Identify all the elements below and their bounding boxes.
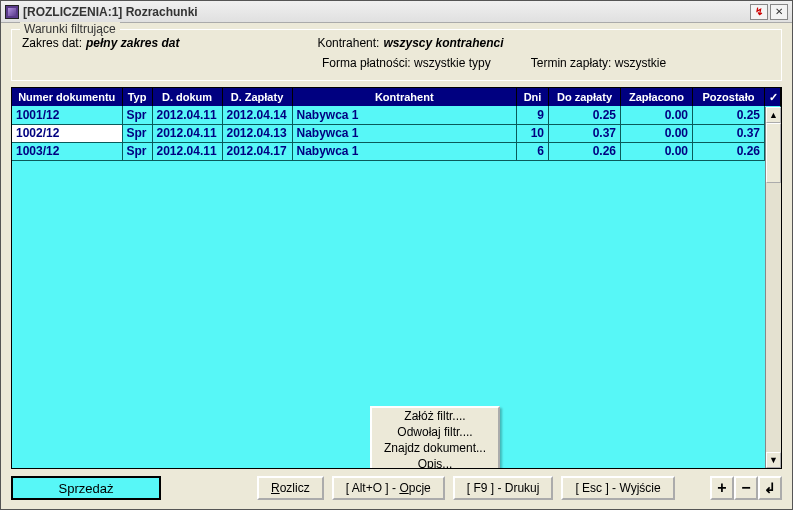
vertical-scrollbar[interactable]: ▲ ▼ <box>765 107 781 468</box>
data-grid[interactable]: Numer dokumentu Typ D. dokum D. Zapłaty … <box>11 87 782 469</box>
scroll-up-icon[interactable]: ▲ <box>766 107 781 123</box>
plus-button[interactable]: + <box>710 476 734 500</box>
cell-pozostalo[interactable]: 0.26 <box>693 142 765 160</box>
col-check[interactable]: ✓ <box>765 88 781 106</box>
titlebar: [ROZLICZENIA:1] Rozrachunki ↯ ✕ <box>1 1 792 23</box>
date-range-label: Zakres dat: <box>22 36 82 50</box>
col-do-zaplaty[interactable]: Do zapłaty <box>549 88 621 106</box>
cell-dzap[interactable]: 2012.04.14 <box>222 106 292 124</box>
menu-item[interactable]: Odwołaj filtr.... <box>372 424 498 440</box>
menu-item[interactable]: Załóż filtr.... <box>372 408 498 424</box>
scroll-thumb[interactable] <box>766 123 781 183</box>
cell-typ[interactable]: Spr <box>122 106 152 124</box>
cell-zaplacono[interactable]: 0.00 <box>621 124 693 142</box>
cell-zaplacono[interactable]: 0.00 <box>621 106 693 124</box>
cell-numer[interactable]: 1003/12 <box>12 142 122 160</box>
cell-numer[interactable]: 1001/12 <box>12 106 122 124</box>
col-numer[interactable]: Numer dokumentu <box>12 88 122 106</box>
cell-dni[interactable]: 9 <box>517 106 549 124</box>
cell-zaplacono[interactable]: 0.00 <box>621 142 693 160</box>
col-dni[interactable]: Dni <box>517 88 549 106</box>
col-dzap[interactable]: D. Zapłaty <box>222 88 292 106</box>
col-ddok[interactable]: D. dokum <box>152 88 222 106</box>
cell-numer[interactable]: 1002/12 <box>12 124 122 142</box>
cell-dzap[interactable]: 2012.04.13 <box>222 124 292 142</box>
col-typ[interactable]: Typ <box>122 88 152 106</box>
cell-typ[interactable]: Spr <box>122 124 152 142</box>
cell-ddok[interactable]: 2012.04.11 <box>152 124 222 142</box>
cell-dzap[interactable]: 2012.04.17 <box>222 142 292 160</box>
col-zaplacono[interactable]: Zapłacono <box>621 88 693 106</box>
cell-ddok[interactable]: 2012.04.11 <box>152 106 222 124</box>
cell-ddok[interactable]: 2012.04.11 <box>152 142 222 160</box>
cell-kontrahent[interactable]: Nabywca 1 <box>292 106 517 124</box>
cell-typ[interactable]: Spr <box>122 142 152 160</box>
kontrahent-label: Kontrahent: <box>317 36 379 50</box>
minus-button[interactable]: − <box>734 476 758 500</box>
termin-label: Termin zapłaty: <box>531 56 612 70</box>
cell-dni[interactable]: 10 <box>517 124 549 142</box>
cell-pozostalo[interactable]: 0.25 <box>693 106 765 124</box>
table-row[interactable]: 1002/12Spr2012.04.112012.04.13Nabywca 11… <box>12 124 781 142</box>
rozlicz-button[interactable]: Rozlicz <box>257 476 324 500</box>
context-menu[interactable]: Załóż filtr....Odwołaj filtr....Znajdz d… <box>370 406 500 469</box>
menu-item[interactable]: Opis... <box>372 456 498 469</box>
window-title: [ROZLICZENIA:1] Rozrachunki <box>23 5 750 19</box>
forma-value: wszystkie typy <box>414 56 491 70</box>
cell-do_zaplaty[interactable]: 0.37 <box>549 124 621 142</box>
cell-pozostalo[interactable]: 0.37 <box>693 124 765 142</box>
drukuj-button[interactable]: [ F9 ] - Drukuj <box>453 476 554 500</box>
cell-do_zaplaty[interactable]: 0.25 <box>549 106 621 124</box>
cell-kontrahent[interactable]: Nabywca 1 <box>292 124 517 142</box>
table-row[interactable]: 1001/12Spr2012.04.112012.04.14Nabywca 19… <box>12 106 781 124</box>
menu-item[interactable]: Znajdz dokument... <box>372 440 498 456</box>
grid-header-row: Numer dokumentu Typ D. dokum D. Zapłaty … <box>12 88 781 106</box>
date-range-value: pełny zakres dat <box>86 36 179 50</box>
commit-button[interactable]: ↲ <box>758 476 782 500</box>
app-window: [ROZLICZENIA:1] Rozrachunki ↯ ✕ Warunki … <box>0 0 793 510</box>
filter-groupbox: Warunki filtrujące Zakres dat: pełny zak… <box>11 29 782 81</box>
forma-label: Forma płatności: <box>322 56 411 70</box>
opcje-button[interactable]: [ Alt+O ] - Opcje <box>332 476 445 500</box>
bottom-toolbar: Sprzedaż Rozlicz [ Alt+O ] - Opcje [ F9 … <box>1 469 792 509</box>
close-icon[interactable]: ✕ <box>770 4 788 20</box>
kontrahent-value: wszyscy kontrahenci <box>383 36 503 50</box>
cell-dni[interactable]: 6 <box>517 142 549 160</box>
col-pozostalo[interactable]: Pozostało <box>693 88 765 106</box>
wyjscie-button[interactable]: [ Esc ] - Wyjście <box>561 476 674 500</box>
scroll-down-icon[interactable]: ▼ <box>766 452 781 468</box>
table-row[interactable]: 1003/12Spr2012.04.112012.04.17Nabywca 16… <box>12 142 781 160</box>
cell-do_zaplaty[interactable]: 0.26 <box>549 142 621 160</box>
col-kontrahent[interactable]: Kontrahent <box>292 88 517 106</box>
filter-legend: Warunki filtrujące <box>20 22 120 36</box>
cell-kontrahent[interactable]: Nabywca 1 <box>292 142 517 160</box>
app-icon <box>5 5 19 19</box>
title-action-icon[interactable]: ↯ <box>750 4 768 20</box>
sprzedaz-button[interactable]: Sprzedaż <box>11 476 161 500</box>
termin-value: wszystkie <box>615 56 666 70</box>
